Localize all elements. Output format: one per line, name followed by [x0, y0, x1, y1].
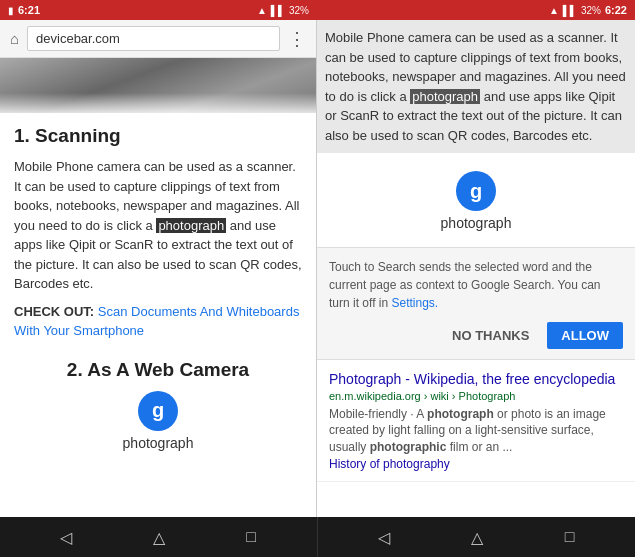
right-browser-panel: Mobile Phone camera can be used as a sca…: [317, 20, 635, 517]
article-paragraph: Mobile Phone camera can be used as a sca…: [14, 157, 302, 294]
touch-to-search-box: Touch to Search sends the selected word …: [317, 247, 635, 360]
wifi-icon-right: ▲: [549, 5, 559, 16]
home-button[interactable]: △: [145, 524, 173, 551]
left-google-search: 2. As A Web Camera g photograph: [14, 349, 302, 461]
section-1-heading: 1. Scanning: [14, 125, 302, 147]
section-2-heading: 2. As A Web Camera: [67, 359, 249, 381]
left-time: 6:21: [18, 4, 40, 16]
search-result-url: en.m.wikipedia.org › wiki › Photograph: [329, 390, 623, 402]
left-browser-panel: ⌂ ⋮ 1. Scanning Mobile Phone camera can …: [0, 20, 317, 517]
home-button-right[interactable]: △: [463, 524, 491, 551]
home-icon[interactable]: ⌂: [10, 30, 19, 47]
checkout-text: CHECK OUT: Scan Documents And Whiteboard…: [14, 302, 302, 341]
right-top-text: Mobile Phone camera can be used as a sca…: [317, 20, 635, 153]
search-result-title[interactable]: Photograph - Wikipedia, the free encyclo…: [329, 371, 615, 387]
settings-link[interactable]: Settings.: [392, 296, 439, 310]
right-status-bar: ▲ ▌▌ 32% 6:22: [317, 0, 635, 20]
url-input[interactable]: [27, 26, 280, 51]
signal-icon: ▌▌: [271, 5, 285, 16]
no-thanks-button[interactable]: NO THANKS: [444, 322, 537, 349]
right-google-section: g photograph: [317, 163, 635, 247]
left-article-content: 1. Scanning Mobile Phone camera can be u…: [0, 113, 316, 517]
address-bar: ⌂ ⋮: [0, 20, 316, 58]
right-highlighted-word: photograph: [410, 89, 480, 104]
menu-dots-icon[interactable]: ⋮: [288, 28, 306, 50]
left-nav: ◁ △ □: [0, 517, 318, 557]
battery-label-right: 32%: [581, 5, 601, 16]
back-button-right[interactable]: ◁: [370, 524, 398, 551]
right-time: 6:22: [605, 4, 627, 16]
allow-button[interactable]: ALLOW: [547, 322, 623, 349]
history-link[interactable]: History of photography: [329, 457, 450, 471]
recents-button[interactable]: □: [238, 524, 264, 550]
left-status-bar: ▮ 6:21 ▲ ▌▌ 32%: [0, 0, 317, 20]
photograph-label-left: photograph: [123, 435, 194, 451]
signal-icon-right: ▌▌: [563, 5, 577, 16]
right-nav: ◁ △ □: [318, 517, 636, 557]
touch-to-search-text: Touch to Search sends the selected word …: [329, 258, 623, 312]
photograph-label-right: photograph: [441, 215, 512, 231]
wifi-icon: ▲: [257, 5, 267, 16]
battery-label: 32%: [289, 5, 309, 16]
top-image: [0, 58, 316, 113]
google-icon-right[interactable]: g: [456, 171, 496, 211]
recents-button-right[interactable]: □: [557, 524, 583, 550]
bottom-nav: ◁ △ □ ◁ △ □: [0, 517, 635, 557]
highlighted-word: photograph: [156, 218, 226, 233]
back-button[interactable]: ◁: [52, 524, 80, 551]
google-icon-left[interactable]: g: [138, 391, 178, 431]
search-result-snippet: Mobile-friendly · A photograph or photo …: [329, 406, 623, 456]
touch-to-search-buttons: NO THANKS ALLOW: [329, 322, 623, 349]
search-result-item: Photograph - Wikipedia, the free encyclo…: [317, 360, 635, 482]
android-icon: ▮: [8, 5, 14, 16]
